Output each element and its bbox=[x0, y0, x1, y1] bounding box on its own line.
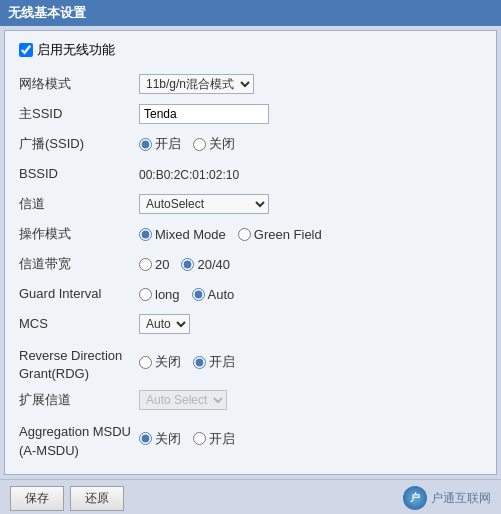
channel-select[interactable]: AutoSelect 123 456 789 1011 bbox=[139, 194, 269, 214]
mixed-mode-text: Mixed Mode bbox=[155, 227, 226, 242]
broadcast-row: 广播(SSID) 开启 关闭 bbox=[19, 131, 482, 161]
ssid-label: 主SSID bbox=[19, 101, 139, 131]
footer-buttons: 保存 还原 bbox=[10, 486, 124, 511]
amsdu-label: Aggregation MSDU (A-MSDU) bbox=[19, 417, 139, 463]
reset-button[interactable]: 还原 bbox=[70, 486, 124, 511]
bssid-label: BSSID bbox=[19, 161, 139, 191]
gi-long-radio[interactable] bbox=[139, 288, 152, 301]
footer-bar: 保存 还原 户 户通互联网 bbox=[0, 479, 501, 514]
rdg-off-radio[interactable] bbox=[139, 356, 152, 369]
amsdu-row: Aggregation MSDU (A-MSDU) 关闭 开启 bbox=[19, 417, 482, 463]
operation-mode-row: 操作模式 Mixed Mode Green Field bbox=[19, 221, 482, 251]
rdg-on-text: 开启 bbox=[209, 353, 235, 371]
rdg-radio-group: 关闭 开启 bbox=[139, 353, 482, 371]
bw-2040-text: 20/40 bbox=[197, 257, 230, 272]
bw-20-text: 20 bbox=[155, 257, 169, 272]
broadcast-on-label[interactable]: 开启 bbox=[139, 135, 181, 153]
broadcast-radio-group: 开启 关闭 bbox=[139, 135, 482, 153]
broadcast-on-radio[interactable] bbox=[139, 138, 152, 151]
window-title: 无线基本设置 bbox=[8, 5, 86, 20]
rdg-off-text: 关闭 bbox=[155, 353, 181, 371]
channel-bw-row: 信道带宽 20 20/40 bbox=[19, 251, 482, 281]
rdg-off-label[interactable]: 关闭 bbox=[139, 353, 181, 371]
gi-long-text: long bbox=[155, 287, 180, 302]
bssid-row: BSSID 00:B0:2C:01:02:10 bbox=[19, 161, 482, 191]
operation-mode-label: 操作模式 bbox=[19, 221, 139, 251]
save-button[interactable]: 保存 bbox=[10, 486, 64, 511]
green-field-text: Green Field bbox=[254, 227, 322, 242]
guard-interval-radio-group: long Auto bbox=[139, 287, 482, 302]
broadcast-field: 开启 关闭 bbox=[139, 131, 482, 161]
enable-wireless-checkbox[interactable] bbox=[19, 43, 33, 57]
green-field-radio[interactable] bbox=[238, 228, 251, 241]
amsdu-radio-group: 关闭 开启 bbox=[139, 430, 482, 448]
brand-logo-icon: 户 bbox=[403, 486, 427, 510]
network-mode-label: 网络模式 bbox=[19, 71, 139, 101]
mcs-field: Auto 012 345 67 bbox=[139, 311, 482, 341]
rdg-on-radio[interactable] bbox=[193, 356, 206, 369]
broadcast-off-label[interactable]: 关闭 bbox=[193, 135, 235, 153]
channel-bw-label: 信道带宽 bbox=[19, 251, 139, 281]
broadcast-off-radio[interactable] bbox=[193, 138, 206, 151]
network-mode-select[interactable]: 11b/g/n混合模式 11b模式 11g模式 11n模式 bbox=[139, 74, 254, 94]
broadcast-off-text: 关闭 bbox=[209, 135, 235, 153]
amsdu-off-radio[interactable] bbox=[139, 432, 152, 445]
amsdu-off-text: 关闭 bbox=[155, 430, 181, 448]
guard-interval-field: long Auto bbox=[139, 281, 482, 311]
mcs-row: MCS Auto 012 345 67 bbox=[19, 311, 482, 341]
rdg-label: Reverse Direction Grant(RDG) bbox=[19, 341, 139, 387]
amsdu-on-label[interactable]: 开启 bbox=[193, 430, 235, 448]
bssid-value: 00:B0:2C:01:02:10 bbox=[139, 168, 239, 182]
ssid-field bbox=[139, 101, 482, 131]
green-field-label[interactable]: Green Field bbox=[238, 227, 322, 242]
bw-2040-label[interactable]: 20/40 bbox=[181, 257, 230, 272]
channel-bw-field: 20 20/40 bbox=[139, 251, 482, 281]
network-mode-row: 网络模式 11b/g/n混合模式 11b模式 11g模式 11n模式 bbox=[19, 71, 482, 101]
guard-interval-row: Guard Interval long Auto bbox=[19, 281, 482, 311]
ssid-row: 主SSID bbox=[19, 101, 482, 131]
title-bar: 无线基本设置 bbox=[0, 0, 501, 26]
operation-mode-radio-group: Mixed Mode Green Field bbox=[139, 227, 482, 242]
ext-channel-select[interactable]: Auto Select bbox=[139, 390, 227, 410]
broadcast-on-text: 开启 bbox=[155, 135, 181, 153]
enable-wireless-label[interactable]: 启用无线功能 bbox=[37, 41, 115, 59]
channel-field: AutoSelect 123 456 789 1011 bbox=[139, 191, 482, 221]
mixed-mode-label[interactable]: Mixed Mode bbox=[139, 227, 226, 242]
channel-label: 信道 bbox=[19, 191, 139, 221]
ext-channel-row: 扩展信道 Auto Select bbox=[19, 387, 482, 417]
mcs-select[interactable]: Auto 012 345 67 bbox=[139, 314, 190, 334]
gi-auto-radio[interactable] bbox=[192, 288, 205, 301]
gi-auto-text: Auto bbox=[208, 287, 235, 302]
bssid-field: 00:B0:2C:01:02:10 bbox=[139, 161, 482, 191]
channel-row: 信道 AutoSelect 123 456 789 1011 bbox=[19, 191, 482, 221]
ext-channel-label: 扩展信道 bbox=[19, 387, 139, 417]
ext-channel-field: Auto Select bbox=[139, 387, 482, 417]
bw-20-label[interactable]: 20 bbox=[139, 257, 169, 272]
operation-mode-field: Mixed Mode Green Field bbox=[139, 221, 482, 251]
guard-interval-label: Guard Interval bbox=[19, 281, 139, 311]
rdg-row: Reverse Direction Grant(RDG) 关闭 开启 bbox=[19, 341, 482, 387]
network-mode-field: 11b/g/n混合模式 11b模式 11g模式 11n模式 bbox=[139, 71, 482, 101]
mixed-mode-radio[interactable] bbox=[139, 228, 152, 241]
gi-long-label[interactable]: long bbox=[139, 287, 180, 302]
amsdu-off-label[interactable]: 关闭 bbox=[139, 430, 181, 448]
amsdu-on-text: 开启 bbox=[209, 430, 235, 448]
ssid-input[interactable] bbox=[139, 104, 269, 124]
form-table: 网络模式 11b/g/n混合模式 11b模式 11g模式 11n模式 主SSID bbox=[19, 71, 482, 464]
channel-bw-radio-group: 20 20/40 bbox=[139, 257, 482, 272]
mcs-label: MCS bbox=[19, 311, 139, 341]
content-area: 启用无线功能 网络模式 11b/g/n混合模式 11b模式 11g模式 11n模… bbox=[4, 30, 497, 475]
enable-row: 启用无线功能 bbox=[19, 41, 482, 59]
rdg-on-label[interactable]: 开启 bbox=[193, 353, 235, 371]
brand-name: 户通互联网 bbox=[431, 490, 491, 507]
brand-area: 户 户通互联网 bbox=[403, 486, 491, 510]
rdg-field: 关闭 开启 bbox=[139, 341, 482, 387]
amsdu-on-radio[interactable] bbox=[193, 432, 206, 445]
gi-auto-label[interactable]: Auto bbox=[192, 287, 235, 302]
bw-20-radio[interactable] bbox=[139, 258, 152, 271]
window: 无线基本设置 启用无线功能 网络模式 11b/g/n混合模式 11b模式 11g… bbox=[0, 0, 501, 514]
bw-2040-radio[interactable] bbox=[181, 258, 194, 271]
amsdu-field: 关闭 开启 bbox=[139, 417, 482, 463]
broadcast-label: 广播(SSID) bbox=[19, 131, 139, 161]
